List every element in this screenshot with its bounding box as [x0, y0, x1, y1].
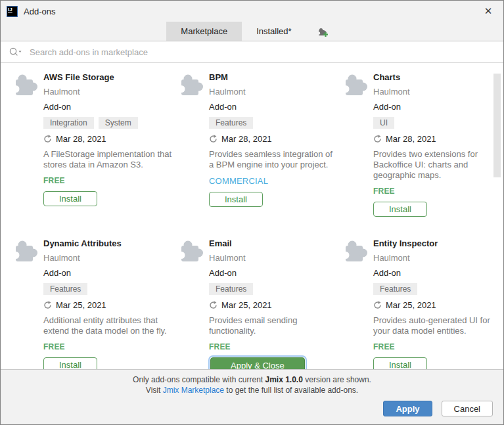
notice-suffix: version are shown.	[303, 375, 371, 384]
addon-price: FREE	[43, 176, 177, 185]
addon-card: Email Haulmont Add-on Features Mar 25, 2…	[177, 237, 341, 370]
search-input[interactable]	[30, 47, 495, 57]
addons-dialog: { "window": { "title": "Add-ons", "close…	[0, 0, 504, 425]
addon-date-row: Mar 25, 2021	[43, 300, 177, 310]
addon-tags: Features	[373, 283, 497, 295]
addon-price: FREE	[373, 187, 497, 196]
addon-description: Provides seamless integration of a BPM e…	[209, 149, 338, 170]
footer: Only add-ons compatible with current Jmi…	[1, 369, 503, 424]
addon-price: FREE	[373, 342, 497, 351]
addon-description: Additional entity attributes that extend…	[43, 315, 172, 336]
addon-action-button[interactable]: Install	[43, 191, 97, 206]
addon-tag: Features	[373, 283, 417, 295]
addon-title: Dynamic Attributes	[43, 238, 177, 248]
addon-card: Dynamic Attributes Haulmont Add-on Featu…	[11, 237, 177, 370]
tab-strip: Marketplace Installed*	[1, 22, 503, 41]
addon-description: Provides auto-generated UI for your data…	[373, 315, 497, 336]
compatibility-notice: Only add-ons compatible with current Jmi…	[1, 374, 503, 385]
dialog-title: Add-ons	[24, 7, 55, 16]
addon-type: Add-on	[43, 268, 177, 278]
plugin-puzzle-icon	[177, 237, 203, 263]
addon-vendor: Haulmont	[373, 87, 497, 97]
addon-price: FREE	[43, 342, 177, 351]
addon-price: FREE	[209, 342, 341, 351]
plugin-puzzle-icon	[11, 71, 37, 97]
tab-installed[interactable]: Installed*	[242, 22, 306, 41]
apply-button[interactable]: Apply	[383, 401, 432, 416]
addon-date-row: Mar 28, 2021	[209, 134, 341, 144]
addon-date: Mar 25, 2021	[386, 300, 436, 310]
addon-title: Email	[209, 238, 341, 248]
addon-action-button[interactable]: Install	[373, 202, 427, 217]
jmix-marketplace-link[interactable]: Jmix Marketplace	[163, 386, 224, 395]
addon-tags: Features	[209, 117, 341, 129]
addon-date: Mar 28, 2021	[56, 134, 106, 144]
addon-action-button[interactable]: Apply & Close	[210, 357, 305, 370]
visit-suffix: to get the full list of available add-on…	[224, 386, 358, 395]
title-bar: IJ Add-ons ✕	[1, 1, 503, 22]
addon-type: Add-on	[43, 102, 177, 112]
addons-list: AWS File Storage Haulmont Add-on Integra…	[1, 63, 503, 370]
addon-description: A FileStorage implementation that stores…	[43, 149, 172, 170]
install-plugin-from-disk-button[interactable]	[306, 22, 338, 41]
addon-tags: Features	[209, 283, 341, 295]
addon-title: Charts	[373, 72, 497, 82]
addon-vendor: Haulmont	[209, 87, 341, 97]
addon-card-body: BPM Haulmont Add-on Features Mar 28, 202…	[209, 71, 341, 237]
addon-card: Entity Inspector Haulmont Add-on Feature…	[341, 237, 497, 370]
visit-prefix: Visit	[146, 386, 163, 395]
addon-date-row: Mar 25, 2021	[373, 300, 497, 310]
addon-type: Add-on	[373, 268, 497, 278]
addon-title: BPM	[209, 72, 341, 82]
addon-date: Mar 25, 2021	[221, 300, 272, 310]
install-plugin-from-disk-icon	[315, 25, 329, 38]
marketplace-notice: Visit Jmix Marketplace to get the full l…	[1, 385, 503, 395]
addon-action-button[interactable]: Install	[209, 192, 263, 207]
update-date-icon	[209, 301, 218, 309]
addon-card: AWS File Storage Haulmont Add-on Integra…	[11, 71, 177, 237]
intellij-logo-icon: IJ	[7, 6, 18, 17]
dialog-buttons: Apply Cancel	[383, 401, 493, 416]
update-date-icon	[373, 135, 382, 143]
addon-date-row: Mar 28, 2021	[43, 134, 177, 144]
addon-type: Add-on	[209, 268, 341, 278]
addon-date: Mar 28, 2021	[221, 134, 272, 144]
addon-date-row: Mar 25, 2021	[209, 300, 341, 310]
addon-date: Mar 25, 2021	[56, 300, 106, 310]
addon-card-body: Dynamic Attributes Haulmont Add-on Featu…	[43, 237, 177, 370]
cancel-button[interactable]: Cancel	[442, 401, 493, 416]
addon-description: Provides two extensions for Backoffice U…	[373, 149, 497, 181]
addon-tag: System	[99, 117, 138, 129]
addon-price: COMMERCIAL	[209, 176, 341, 186]
addon-vendor: Haulmont	[43, 253, 177, 263]
addon-tag: Features	[209, 283, 253, 295]
addon-vendor: Haulmont	[373, 253, 497, 263]
update-date-icon	[43, 135, 52, 143]
addon-date-row: Mar 28, 2021	[373, 134, 497, 144]
search-icon	[9, 47, 23, 57]
addon-tag: Features	[209, 117, 253, 129]
addon-card-body: Email Haulmont Add-on Features Mar 25, 2…	[209, 237, 341, 370]
addon-tag: UI	[373, 117, 394, 129]
addon-title: Entity Inspector	[373, 238, 497, 248]
update-date-icon	[373, 301, 382, 309]
addon-title: AWS File Storage	[43, 72, 177, 82]
tab-marketplace[interactable]: Marketplace	[166, 22, 242, 41]
plugin-puzzle-icon	[11, 237, 37, 263]
addon-action-button[interactable]: Install	[373, 357, 427, 370]
addon-action-button[interactable]: Install	[43, 357, 97, 370]
plugin-puzzle-icon	[341, 237, 367, 263]
addon-tag: Features	[43, 283, 87, 295]
notice-prefix: Only add-ons compatible with current	[133, 375, 265, 384]
addon-type: Add-on	[373, 102, 497, 112]
addon-card: Charts Haulmont Add-on UI Mar 28, 2021 P…	[341, 71, 497, 237]
addon-date: Mar 28, 2021	[386, 134, 436, 144]
addon-tags: IntegrationSystem	[43, 117, 177, 129]
addon-card-body: AWS File Storage Haulmont Add-on Integra…	[43, 71, 177, 237]
update-date-icon	[209, 135, 218, 143]
addon-tags: Features	[43, 283, 177, 295]
vertical-scrollbar[interactable]	[493, 74, 501, 177]
addons-grid: AWS File Storage Haulmont Add-on Integra…	[1, 63, 503, 370]
addon-tags: UI	[373, 117, 497, 129]
close-icon[interactable]: ✕	[480, 3, 497, 20]
